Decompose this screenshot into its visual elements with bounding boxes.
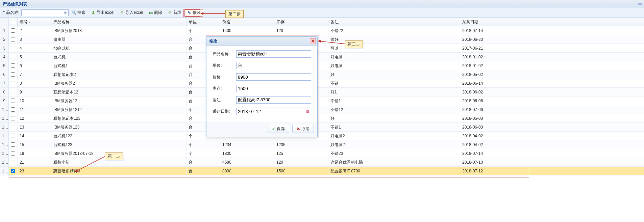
cell-checkbox[interactable] <box>9 149 18 158</box>
cell-id: 6 <box>18 61 51 70</box>
cell-price: 8900 <box>220 167 274 175</box>
close-icon[interactable]: ✕ <box>310 38 316 44</box>
cell-checkbox[interactable] <box>9 114 18 122</box>
cell-id: 15 <box>18 140 51 149</box>
clear-icon[interactable] <box>63 10 68 15</box>
row-checkbox[interactable] <box>11 72 15 77</box>
table-row[interactable]: 1112联想笔记本123台好2018-05-03 <box>0 114 644 123</box>
table-row[interactable]: 45台式机台好电脑2018-01-02 <box>0 53 644 61</box>
form-input-name[interactable] <box>236 50 311 58</box>
cell-checkbox[interactable] <box>9 96 18 105</box>
table-row[interactable]: 23路由器台很好2018-06-30 <box>0 35 644 44</box>
collapse-icon[interactable] <box>637 1 643 7</box>
cell-stock: 120 <box>274 26 328 35</box>
col-price[interactable]: 价格 <box>220 18 274 27</box>
table-row[interactable]: 1415台式机123个12341235好电脑22018-04-02 <box>0 140 644 149</box>
table-row[interactable]: 67联想笔记本2台好2018-05-02 <box>0 70 644 79</box>
table-row[interactable]: 910IBM服务器12台不错12018-06-06 <box>0 96 644 105</box>
cell-checkbox[interactable] <box>9 35 18 44</box>
form-input-unit[interactable] <box>236 62 311 69</box>
form-input-price[interactable] <box>236 73 311 81</box>
form-input-date[interactable] <box>236 108 311 115</box>
cell-checkbox[interactable] <box>9 26 18 35</box>
table-row[interactable]: 1213IBM服务器123台不错12018-06-03 <box>0 123 644 132</box>
cell-checkbox[interactable] <box>9 167 18 175</box>
row-checkbox[interactable] <box>11 81 15 85</box>
col-id[interactable]: 编号 <box>18 18 51 27</box>
cell-unit: 个 <box>187 149 220 158</box>
delete-button[interactable]: 删除 <box>146 9 165 17</box>
cell-name: IBM服务器123 <box>51 123 187 131</box>
table-row[interactable]: 89联想笔记本12台好12018-06-02 <box>0 88 644 96</box>
edit-button[interactable]: 修改 <box>184 9 203 17</box>
cell-id: 11 <box>18 105 51 114</box>
row-checkbox[interactable] <box>11 37 15 41</box>
cell-rownum: 2 <box>0 35 9 44</box>
cell-rownum: 13 <box>0 132 9 140</box>
cell-checkbox[interactable] <box>9 44 18 52</box>
dialog-header[interactable]: 修改 ✕ <box>206 37 317 46</box>
cell-checkbox[interactable] <box>9 158 18 166</box>
row-checkbox[interactable] <box>11 151 15 156</box>
product-name-input[interactable] <box>21 9 69 16</box>
table-row[interactable]: 1621联想小新台4580120这是台优秀的电脑2018-07-10 <box>0 158 644 167</box>
add-button[interactable]: 新增 <box>165 9 184 17</box>
cell-checkbox[interactable] <box>9 105 18 114</box>
col-unit[interactable]: 单位 <box>187 18 220 27</box>
row-checkbox[interactable] <box>11 125 15 129</box>
col-note[interactable]: 备注 <box>328 18 460 27</box>
cell-rownum: 12 <box>0 123 9 131</box>
save-button[interactable]: ✔保存 <box>268 125 289 133</box>
row-checkbox[interactable] <box>11 63 15 68</box>
col-date[interactable]: 采购日期 <box>460 18 644 27</box>
calendar-icon[interactable]: ▦ <box>305 109 310 114</box>
cell-checkbox[interactable] <box>9 70 18 79</box>
row-checkbox[interactable] <box>11 46 15 50</box>
cell-checkbox[interactable] <box>9 88 18 96</box>
form-date-wrap: ▦ <box>236 108 311 115</box>
cell-checkbox[interactable] <box>9 123 18 131</box>
cell-checkbox[interactable] <box>9 140 18 149</box>
table-row[interactable]: 56台式机1台好电脑2018-01-02 <box>0 61 644 70</box>
col-stock[interactable]: 库存 <box>274 18 328 27</box>
col-name[interactable]: 产品名称 <box>51 18 187 27</box>
cell-rownum: 11 <box>0 114 9 122</box>
cell-checkbox[interactable] <box>9 61 18 70</box>
cell-unit: 个 <box>187 26 220 35</box>
cancel-button[interactable]: ✖取消 <box>292 125 314 133</box>
cell-checkbox[interactable] <box>9 132 18 140</box>
row-checkbox[interactable] <box>11 90 15 94</box>
form-input-stock[interactable] <box>236 85 311 92</box>
cell-note: 不错1 <box>328 96 460 105</box>
cell-date: 2018-07-10 <box>460 158 644 166</box>
row-checkbox[interactable] <box>11 169 15 173</box>
table-row[interactable]: 34hp台式机台可以2017-06-21 <box>0 44 644 53</box>
table-row[interactable]: 1011IBM服务器1212个不错122018-07-06 <box>0 105 644 114</box>
row-checkbox[interactable] <box>11 116 15 120</box>
row-checkbox[interactable] <box>11 107 15 112</box>
row-checkbox[interactable] <box>11 142 15 147</box>
table-row[interactable]: 1519IBM服务器2018-07-18个1800125不错232018-07-… <box>0 149 644 158</box>
table-row[interactable]: 78IBM服务器2台不错2018-06-14 <box>0 79 644 88</box>
row-checkbox[interactable] <box>11 28 15 33</box>
import-icon <box>120 10 124 15</box>
cell-id: 3 <box>18 35 51 44</box>
row-checkbox[interactable] <box>11 99 15 103</box>
cell-checkbox[interactable] <box>9 79 18 87</box>
col-checkbox[interactable] <box>9 18 18 27</box>
form-input-note[interactable] <box>236 96 311 104</box>
cell-id: 5 <box>18 53 51 61</box>
export-button[interactable]: 导出excel <box>89 9 117 17</box>
row-checkbox[interactable] <box>11 160 15 164</box>
row-checkbox[interactable] <box>11 55 15 59</box>
search-button[interactable]: 搜索 <box>69 9 88 17</box>
table-row[interactable]: 1314台式机123个12351235好电脑22018-04-02 <box>0 132 644 140</box>
import-button[interactable]: 导入excel <box>117 9 145 17</box>
row-checkbox[interactable] <box>11 134 15 138</box>
form-label-name: 产品名称: <box>213 51 236 57</box>
select-all-checkbox[interactable] <box>11 20 15 24</box>
table-row[interactable]: 12IBM服务器2018个1400120不错222018-07-14 <box>0 26 644 35</box>
table-row[interactable]: 1723惠普暗影精灵II台89001500配置很高I7 87002018-07-… <box>0 167 644 175</box>
cell-stock: 125 <box>274 149 328 158</box>
cell-checkbox[interactable] <box>9 53 18 61</box>
